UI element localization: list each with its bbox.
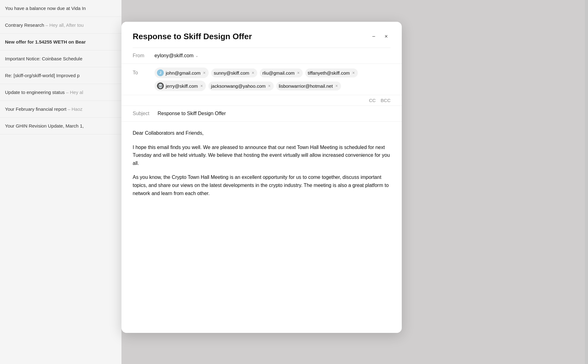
from-email: eylony@skiff.com [154, 53, 193, 58]
body-paragraph-1: I hope this email finds you well. We are… [133, 143, 391, 167]
list-item[interactable]: Update to engineering status – Hey al [0, 84, 121, 101]
list-item[interactable]: Important Notice: Coinbase Schedule [0, 50, 121, 67]
recipient-email: lisbonwarrior@hotmail.net [279, 83, 333, 89]
email-list-panel: You have a balance now due at Vida In Co… [0, 0, 121, 364]
recipient-email: jerry@skiff.com [166, 83, 198, 89]
remove-recipient-button[interactable]: × [268, 84, 271, 88]
cc-button[interactable]: CC [369, 98, 376, 103]
subject-label: Subject [133, 111, 158, 116]
modal-header: Response to Skiff Design Offer − × [121, 22, 402, 48]
recipient-chip: 💀 jerry@skiff.com × [154, 81, 206, 91]
list-item[interactable]: You have a balance now due at Vida In [0, 0, 121, 17]
recipient-chip: rliu@gmail.com × [260, 68, 303, 77]
remove-recipient-button[interactable]: × [352, 71, 355, 75]
modal-title: Response to Skiff Design Offer [133, 32, 252, 41]
chevron-down-icon: ⌄ [195, 54, 198, 58]
email-subject: You have a balance now due at Vida In [5, 6, 86, 11]
recipient-email: john@gmail.com [166, 70, 201, 76]
recipient-chip: tiffanyeth@skiff.com × [305, 68, 358, 77]
recipient-chip: J john@gmail.com × [154, 68, 209, 78]
remove-recipient-button[interactable]: × [335, 84, 338, 88]
avatar: 💀 [157, 82, 164, 89]
bcc-button[interactable]: BCC [381, 98, 391, 103]
body-paragraph-2: As you know, the Crypto Town Hall Meetin… [133, 173, 391, 197]
compose-modal: Response to Skiff Design Offer − × From … [121, 22, 402, 333]
right-scrollbar-area [585, 0, 588, 364]
to-row: To J john@gmail.com × sunny@skiff.com × … [121, 64, 402, 95]
email-subject: Important Notice: Coinbase Schedule [5, 56, 82, 61]
list-item[interactable]: Contrary Research – Hey all, After tou [0, 17, 121, 34]
minimize-button[interactable]: − [369, 32, 378, 41]
from-row: From eylony@skiff.com ⌄ [121, 48, 402, 64]
recipient-email: sunny@skiff.com [214, 70, 249, 76]
email-subject: Contrary Research [5, 22, 44, 28]
avatar: J [157, 69, 164, 76]
from-selector[interactable]: eylony@skiff.com ⌄ [154, 53, 198, 58]
remove-recipient-button[interactable]: × [203, 71, 206, 75]
email-body[interactable]: Dear Collaborators and Friends, I hope t… [121, 122, 402, 333]
email-preview: – Hey al [65, 90, 83, 95]
recipient-chip: lisbonwarrior@hotmail.net × [276, 82, 341, 91]
email-subject: New offer for 1.54255 WETH on Bear [5, 39, 86, 44]
recipients-container: J john@gmail.com × sunny@skiff.com × rli… [154, 68, 391, 91]
remove-recipient-button[interactable]: × [297, 71, 300, 75]
recipient-email: jacksonwang@yahoo.com [211, 83, 265, 89]
email-subject: Your GHIN Revision Update, March 1, [5, 123, 84, 128]
subject-row: Subject Response to Skiff Design Offer [121, 106, 402, 122]
from-label: From [133, 53, 154, 58]
email-subject: Update to engineering status [5, 90, 65, 95]
email-preview: – Hey all, After tou [44, 22, 84, 28]
skull-icon: 💀 [158, 84, 163, 88]
subject-value[interactable]: Response to Skiff Design Offer [158, 111, 226, 116]
list-item[interactable]: Re: [skiff-org/skiff-world] Improved p [0, 67, 121, 84]
close-button[interactable]: × [382, 32, 391, 41]
recipient-email: tiffanyeth@skiff.com [308, 70, 350, 76]
email-subject: Your February financial report [5, 106, 66, 112]
recipient-email: rliu@gmail.com [262, 70, 295, 76]
email-preview: – Haoz [66, 106, 83, 112]
to-label: To [133, 68, 154, 76]
header-actions: − × [369, 32, 391, 41]
list-item[interactable]: Your February financial report – Haoz [0, 101, 121, 118]
body-greeting: Dear Collaborators and Friends, [133, 129, 391, 137]
email-subject: Re: [skiff-org/skiff-world] Improved p [5, 73, 80, 78]
recipient-chip: jacksonwang@yahoo.com × [208, 82, 274, 91]
remove-recipient-button[interactable]: × [252, 71, 254, 75]
list-item[interactable]: Your GHIN Revision Update, March 1, [0, 118, 121, 134]
list-item[interactable]: New offer for 1.54255 WETH on Bear [0, 34, 121, 50]
recipient-chip: sunny@skiff.com × [211, 68, 257, 77]
cc-bcc-row: CC BCC [121, 95, 402, 106]
remove-recipient-button[interactable]: × [200, 84, 203, 88]
